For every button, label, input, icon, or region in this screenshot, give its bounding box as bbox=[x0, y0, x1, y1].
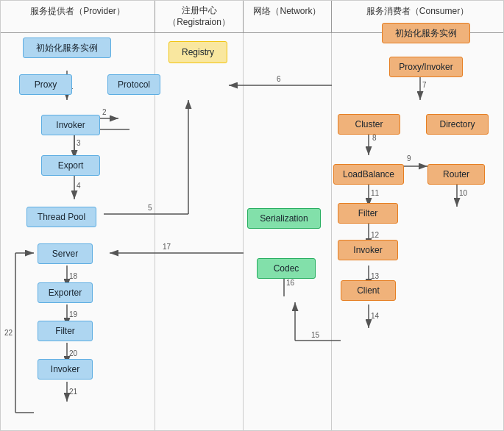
box-directory: Directory bbox=[426, 114, 489, 135]
box-invoker-consumer: Invoker bbox=[338, 240, 398, 260]
box-registry: Registry bbox=[168, 41, 227, 63]
box-proxy: Proxy bbox=[19, 74, 72, 95]
box-consumer-init: 初始化服务实例 bbox=[382, 23, 470, 43]
col-consumer bbox=[332, 33, 503, 431]
box-loadbalance: LoadBalance bbox=[333, 164, 404, 185]
box-filter-provider: Filter bbox=[38, 321, 93, 341]
box-export: Export bbox=[41, 155, 100, 176]
box-invoker-provider: Invoker bbox=[41, 115, 100, 135]
box-provider-init: 初始化服务实例 bbox=[23, 38, 111, 58]
box-exporter: Exporter bbox=[38, 282, 93, 303]
box-router: Router bbox=[427, 164, 485, 185]
header-provider: 服务提供者（Provider） bbox=[1, 1, 155, 32]
col-registry bbox=[155, 33, 244, 431]
box-server: Server bbox=[38, 243, 93, 264]
box-protocol: Protocol bbox=[107, 74, 160, 95]
box-invoker-provider2: Invoker bbox=[38, 359, 93, 380]
box-cluster: Cluster bbox=[338, 114, 400, 135]
box-serialization: Serialization bbox=[247, 208, 321, 229]
box-proxy-invoker: Proxy/Invoker bbox=[389, 57, 463, 77]
col-network bbox=[244, 33, 332, 431]
box-thread-pool: Thread Pool bbox=[26, 207, 96, 227]
header-registry: 注册中心（Registraion） bbox=[155, 1, 244, 32]
diagram-container: 服务提供者（Provider） 注册中心（Registraion） 网络（Net… bbox=[0, 0, 504, 431]
box-filter-consumer: Filter bbox=[338, 203, 398, 224]
box-codec: Codec bbox=[257, 258, 316, 279]
box-client: Client bbox=[341, 280, 396, 301]
header-network: 网络（Network） bbox=[244, 1, 332, 32]
